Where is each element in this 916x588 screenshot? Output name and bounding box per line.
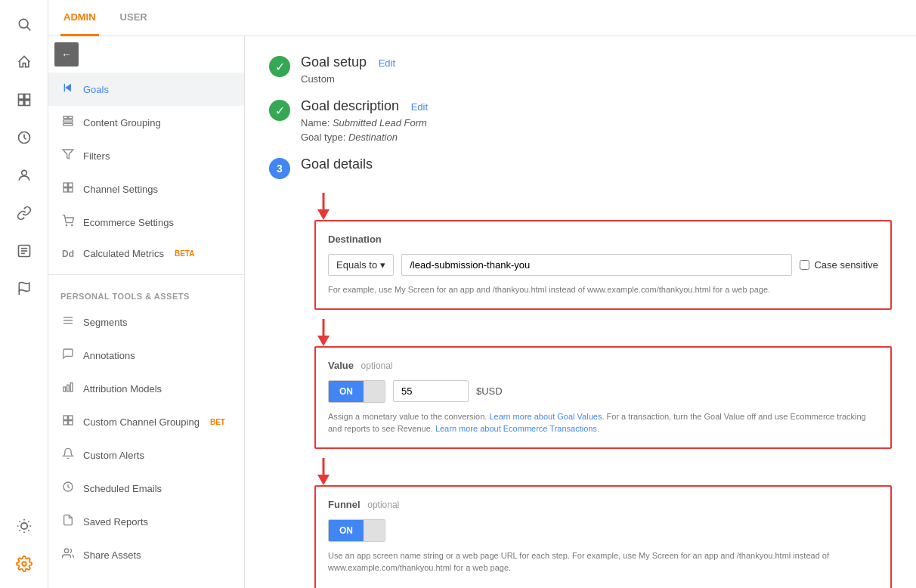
svg-rect-35 (63, 421, 67, 425)
personal-tools-label: PERSONAL TOOLS & ASSETS (48, 281, 244, 305)
svg-rect-16 (69, 116, 73, 119)
funnel-toggle-on[interactable]: ON (329, 520, 364, 541)
sidebar-item-filters[interactable]: Filters (48, 139, 244, 172)
saved-reports-icon (60, 514, 76, 529)
col-required: Required? (771, 583, 878, 589)
step1-check-icon: ✓ (269, 56, 290, 77)
funnel-table: Step Name Screen/Page Required? 1 (328, 583, 878, 589)
svg-marker-41 (317, 336, 330, 346)
value-toggle[interactable]: ON (328, 380, 385, 403)
flag-icon[interactable] (8, 272, 41, 305)
goal-description-step: ✓ Goal description Edit Name: Submitted … (269, 98, 892, 143)
svg-rect-18 (63, 123, 73, 125)
sidebar-item-channel-settings[interactable]: Channel Settings (48, 172, 244, 206)
goal-description-title: Goal description (301, 98, 399, 113)
value-toggle-off[interactable] (364, 381, 385, 402)
step1-edit-link[interactable]: Edit (379, 57, 395, 69)
svg-point-7 (21, 170, 26, 175)
step3-content: Goal details (301, 156, 892, 172)
svg-rect-23 (63, 188, 67, 192)
destination-hint: For example, use My Screen for an app an… (328, 283, 878, 296)
destination-url-input[interactable] (401, 254, 792, 276)
step3-num-icon: 3 (269, 158, 290, 179)
value-label: Value optional (328, 360, 878, 371)
svg-rect-30 (67, 385, 70, 391)
col-step: Step (328, 583, 369, 589)
dashboard-icon[interactable] (8, 83, 41, 116)
svg-rect-3 (24, 94, 29, 100)
value-amount-input[interactable] (393, 380, 469, 402)
svg-rect-33 (69, 416, 73, 419)
channel-settings-icon (60, 181, 76, 197)
value-hint: Assign a monetary value to the conversio… (328, 410, 878, 435)
sidebar-item-share-assets[interactable]: Share Assets (48, 538, 244, 571)
sidebar-item-custom-alerts[interactable]: Custom Alerts (48, 438, 244, 472)
sidebar-item-content-grouping[interactable]: Content Grouping (48, 106, 244, 139)
step2-meta-type: Goal type: Destination (301, 132, 428, 143)
svg-rect-4 (24, 101, 29, 106)
annotations-icon (60, 348, 76, 363)
sidebar-item-calculated-metrics[interactable]: Dd Calculated Metrics BETA (48, 239, 244, 268)
svg-rect-22 (69, 188, 73, 192)
sidebar-item-ecommerce-settings[interactable]: Ecommerce Settings (48, 206, 244, 239)
sidebar-item-saved-reports[interactable]: Saved Reports (48, 505, 244, 538)
sidebar-item-scheduled-emails[interactable]: Scheduled Emails (48, 472, 244, 505)
funnel-toggle-row: ON (328, 519, 878, 542)
lightbulb-icon[interactable] (8, 509, 41, 543)
svg-rect-34 (69, 421, 73, 425)
goal-details-step: 3 Goal details (269, 156, 892, 179)
value-toggle-row: ON $USD (328, 380, 878, 403)
sidebar-item-attribution-models[interactable]: Attribution Models (48, 372, 244, 405)
settings-icon[interactable] (8, 547, 41, 580)
secondary-sidebar: ← Goals Content Grouping Filters (48, 36, 245, 588)
svg-point-24 (66, 224, 67, 225)
tab-admin[interactable]: ADMIN (60, 0, 99, 36)
funnel-box: Funnel optional ON Use an app screen nam… (314, 485, 892, 589)
report-icon[interactable] (8, 234, 41, 268)
svg-rect-29 (63, 387, 66, 391)
home-icon[interactable] (8, 45, 41, 79)
svg-rect-21 (69, 183, 73, 187)
svg-rect-20 (63, 183, 67, 187)
sidebar-item-custom-channel-grouping[interactable]: Custom Channel Grouping BET (48, 405, 244, 438)
funnel-toggle[interactable]: ON (328, 519, 385, 542)
person-icon[interactable] (8, 159, 41, 192)
search-icon[interactable] (8, 8, 41, 41)
content-row: ← Goals Content Grouping Filters (48, 36, 916, 588)
link-icon[interactable] (8, 197, 41, 230)
funnel-label: Funnel optional (328, 499, 878, 510)
funnel-toggle-off[interactable] (364, 520, 385, 541)
destination-row: Equals to ▾ Case sensitive (328, 254, 878, 276)
scheduled-emails-icon (60, 481, 76, 496)
icon-sidebar (0, 0, 48, 588)
sidebar-item-annotations[interactable]: Annotations (48, 339, 244, 372)
match-type-dropdown[interactable]: Equals to ▾ (328, 254, 394, 276)
custom-alerts-icon (60, 447, 76, 463)
red-arrow-1 (314, 193, 333, 220)
clock-icon[interactable] (8, 121, 41, 154)
currency-label: $USD (476, 385, 503, 397)
main-area: ADMIN USER ← Goals Content Grouping (48, 0, 916, 588)
step2-check-icon: ✓ (269, 100, 290, 121)
goal-setup-title: Goal setup (301, 54, 367, 70)
goal-name-value: Submitted Lead Form (333, 117, 427, 128)
case-sensitive-row: Case sensitive (800, 259, 878, 271)
case-sensitive-checkbox[interactable] (800, 260, 809, 270)
goal-details-title: Goal details (301, 156, 373, 172)
value-toggle-on[interactable]: ON (329, 381, 364, 402)
svg-rect-2 (18, 94, 23, 100)
goal-values-link[interactable]: Learn more about Goal Values (489, 412, 602, 421)
sidebar-item-segments[interactable]: Segments (48, 305, 244, 339)
svg-point-25 (72, 224, 73, 225)
svg-marker-39 (317, 209, 330, 220)
svg-rect-15 (63, 116, 67, 119)
tab-user[interactable]: USER (117, 0, 150, 36)
svg-marker-19 (63, 150, 73, 159)
sidebar-item-goals[interactable]: Goals (48, 73, 244, 106)
step2-edit-link[interactable]: Edit (411, 101, 428, 113)
segments-icon (60, 314, 76, 330)
ecommerce-transactions-link[interactable]: Learn more about Ecommerce Transactions (435, 424, 597, 433)
svg-rect-17 (63, 120, 73, 122)
destination-label: Destination (328, 234, 878, 245)
back-button[interactable]: ← (54, 42, 79, 67)
